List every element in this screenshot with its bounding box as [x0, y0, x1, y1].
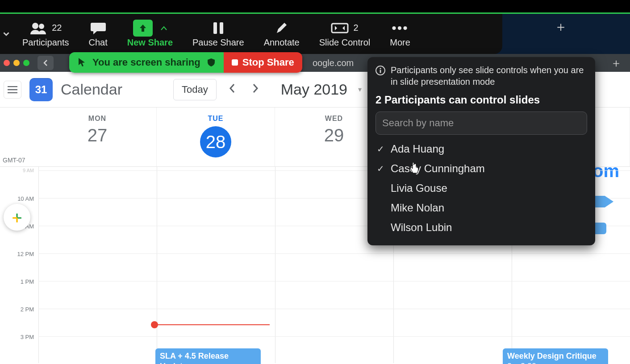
menu-button[interactable]	[4, 81, 21, 99]
calendar-logo-day: 31	[35, 83, 47, 96]
slide-control-count: 2	[353, 23, 358, 33]
browser-back-button[interactable]	[38, 56, 54, 70]
svg-point-0	[32, 23, 38, 29]
new-share-button[interactable]: New Share	[117, 14, 183, 54]
popover-info-text: Participants only see slide controls whe…	[391, 64, 587, 87]
url-fragment: oogle.com	[313, 58, 354, 68]
svg-rect-3	[220, 22, 223, 34]
toolbar-expand-chevron[interactable]	[0, 14, 13, 54]
new-share-caret[interactable]	[161, 24, 167, 32]
zoom-share-toolbar: 22 Participants Chat New Share	[0, 14, 502, 54]
current-time-line	[154, 324, 270, 325]
stop-icon	[232, 59, 238, 66]
current-time-dot	[151, 321, 158, 328]
day-column-tue[interactable]	[157, 167, 275, 363]
slide-control-icon	[331, 22, 349, 34]
participant-name: Casey Cunningham	[391, 162, 485, 175]
app-title: Calendar	[61, 81, 122, 98]
participant-row[interactable]: ✓ Ada Huang	[375, 139, 587, 159]
svg-rect-2	[213, 22, 217, 34]
chevron-left-icon	[42, 59, 49, 66]
day-column-mon[interactable]	[38, 167, 157, 363]
new-tab-plus-top[interactable]: ＋	[554, 18, 567, 36]
participants-icon	[29, 22, 47, 34]
share-status-pill: You are screen sharing	[69, 52, 224, 73]
participants-button[interactable]: 22 Participants	[13, 14, 79, 54]
hour-label: 3 PM	[0, 333, 38, 360]
chat-button[interactable]: Chat	[79, 14, 117, 54]
day-header-mon[interactable]: MON 27	[38, 108, 157, 166]
hour-label: 12 PM	[0, 250, 38, 277]
participant-list: ✓ Ada Huang ✓ Casey Cunningham Livia Gou…	[375, 139, 587, 237]
pause-icon	[212, 21, 225, 35]
day-header-tue[interactable]: TUE 28	[157, 108, 275, 166]
check-icon: ✓	[375, 144, 385, 154]
popover-title: 2 Participants can control slides	[375, 94, 587, 106]
stop-share-button[interactable]: Stop Share	[224, 52, 302, 73]
shield-check-icon	[207, 58, 216, 67]
arrow-up-icon	[138, 24, 147, 33]
participant-name: Livia Gouse	[391, 182, 447, 194]
day-name: TUE	[157, 115, 275, 123]
month-dropdown-caret[interactable]: ▾	[358, 85, 362, 94]
event-critique[interactable]: Weekly Design Critique 2 – 3:30pm https:…	[503, 348, 608, 364]
hour-label: 2 PM	[0, 305, 38, 333]
participant-search-input[interactable]	[375, 112, 587, 135]
hour-label: 9 AM	[0, 167, 38, 194]
chevron-right-icon	[252, 83, 259, 93]
caret-up-icon	[161, 26, 167, 30]
today-label: Today	[182, 84, 208, 95]
today-button[interactable]: Today	[173, 79, 217, 100]
prev-period-button[interactable]	[225, 83, 240, 96]
chevron-left-icon	[229, 83, 235, 93]
window-close-icon[interactable]	[4, 60, 10, 66]
more-button[interactable]: ••• More	[380, 14, 420, 54]
participants-count: 22	[52, 23, 62, 33]
event-sla[interactable]: SLA + 4.5 Release Update 2pm, SJ-4-Top G…	[155, 348, 261, 364]
chat-icon	[90, 21, 106, 35]
new-tab-button[interactable]: ＋	[610, 55, 622, 71]
event-time: 2 – 3:30pm	[507, 361, 604, 364]
participant-row[interactable]: Livia Gouse	[375, 178, 587, 198]
hour-label: 1 PM	[0, 277, 38, 305]
annotate-button[interactable]: Annotate	[254, 14, 309, 54]
grid-line	[38, 309, 630, 309]
month-label[interactable]: May 2019	[281, 81, 347, 98]
event-title: Weekly Design Critique	[507, 351, 604, 361]
pencil-icon	[275, 21, 288, 35]
plus-icon: ＋	[9, 207, 25, 228]
event-title: SLA + 4.5 Release Update	[160, 351, 256, 364]
slide-control-popover: Participants only see slide controls whe…	[367, 57, 595, 245]
day-number: 28	[200, 126, 231, 157]
window-maximize-icon[interactable]	[23, 60, 29, 66]
participant-row[interactable]: Mike Nolan	[375, 198, 587, 218]
svg-rect-7	[380, 70, 381, 73]
chat-label: Chat	[89, 37, 108, 48]
grid-line	[38, 253, 630, 254]
stop-share-label: Stop Share	[242, 57, 294, 68]
svg-point-1	[39, 24, 44, 29]
participant-name: Ada Huang	[391, 143, 444, 155]
share-cursor-icon	[77, 58, 86, 67]
hamburger-icon	[8, 86, 17, 93]
svg-point-6	[380, 68, 381, 69]
create-event-button[interactable]: ＋	[4, 204, 30, 231]
participant-row[interactable]: Wilson Lubin	[375, 218, 587, 237]
day-number: 27	[38, 125, 156, 145]
pause-share-button[interactable]: Pause Share	[183, 14, 254, 54]
participant-name: Mike Nolan	[391, 202, 444, 214]
annotate-label: Annotate	[264, 37, 300, 48]
window-minimize-icon[interactable]	[13, 60, 20, 66]
next-period-button[interactable]	[248, 83, 263, 96]
check-icon: ✓	[375, 163, 385, 174]
grid-line	[38, 336, 630, 337]
new-share-badge	[133, 20, 153, 37]
time-gutter: 9 AM 10 AM 11 AM 12 PM 1 PM 2 PM 3 PM	[0, 167, 38, 363]
participant-row[interactable]: ✓ Casey Cunningham	[375, 159, 587, 178]
pause-share-label: Pause Share	[192, 37, 244, 48]
calendar-logo: 31	[29, 78, 53, 101]
slide-control-button[interactable]: 2 Slide Control	[309, 14, 380, 54]
participants-label: Participants	[22, 37, 69, 48]
timezone-label: GMT-07	[0, 108, 38, 166]
participant-name: Wilson Lubin	[391, 221, 452, 234]
